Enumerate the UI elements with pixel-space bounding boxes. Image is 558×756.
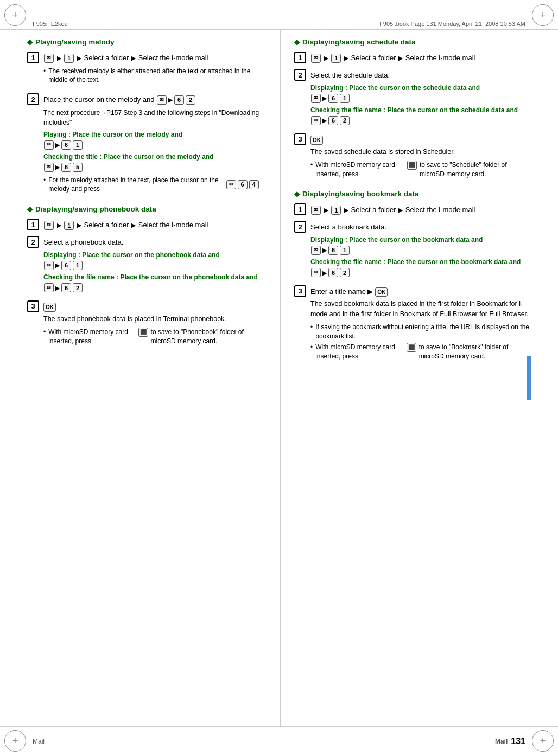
key-mail-c: ✉ xyxy=(44,163,54,172)
bookmark-step1: 1 ✉ ▶ 1 ▶ Select a folder ▶ Select the i… xyxy=(294,203,531,215)
phonebook-step2: 2 Select a phonebook data. Displaying : … xyxy=(27,236,264,295)
section-title-bookmark: ◆ Displaying/saving bookmark data xyxy=(294,190,531,198)
bk-step3-text: Enter a title name ▶ OK xyxy=(310,286,531,297)
checking-extra-keys: ✉ 6 4 xyxy=(226,176,259,194)
pb-step-number-1: 1 xyxy=(27,219,39,230)
sc-checking-keys: ✉ ▶ 6 2 xyxy=(310,115,531,126)
step-number-1: 1 xyxy=(27,52,39,63)
sublabel-checking-keys: ✉ ▶ 6 5 xyxy=(43,162,264,172)
pb-mail-key: ✉ xyxy=(44,221,54,230)
melody-step1: 1 ✉ ▶ 1 ▶ Select a folder ▶ Select the i… xyxy=(27,52,264,88)
step2-content: Place the cursor on the melody and ✉ ▶ 6… xyxy=(43,93,264,197)
pb-step-number-2: 2 xyxy=(27,236,39,248)
key-6c: 6 xyxy=(61,163,71,172)
bk-step-number-2: 2 xyxy=(294,221,306,233)
sc-step3-desc: The saved schedule data is stored in Sch… xyxy=(310,147,531,157)
key-5c: 5 xyxy=(73,163,83,172)
bk-step2-content: Select a bookmark data. Displaying : Pla… xyxy=(310,221,531,280)
pb-step-number-3: 3 xyxy=(27,300,39,312)
schedule-step3: 3 OK The saved schedule data is stored i… xyxy=(294,133,531,182)
sc-step3-icon: OK xyxy=(310,134,531,145)
sublabel-playing-keys: ✉ ▶ 6 1 xyxy=(43,139,264,150)
main-content: ◆ Playing/saving melody 1 ✉ ▶ 1 ▶ Select… xyxy=(27,30,531,726)
pb-step3-bullets: With microSD memory card inserted, press… xyxy=(43,328,264,346)
ok-icon-sc: OK xyxy=(310,136,323,145)
pb-step3-desc: The saved phonebook data is placed in Te… xyxy=(43,314,264,324)
bk-step2-text: Select a bookmark data. xyxy=(310,222,531,233)
header-filename: F905i_E2kou xyxy=(33,21,68,27)
bk-step3-desc: The saved bookmark data is placed in the… xyxy=(310,299,531,319)
key-2a: 2 xyxy=(186,95,195,105)
diamond-icon-melody: ◆ xyxy=(27,38,33,46)
bk-step-number-1: 1 xyxy=(294,203,306,215)
checking-bullet-item: For the melody attached in the text, pla… xyxy=(43,176,264,194)
section-title-melody: ◆ Playing/saving melody xyxy=(27,38,264,46)
bk-step1-content: ✉ ▶ 1 ▶ Select a folder ▶ Select the i-m… xyxy=(310,203,531,215)
sc-step2-text: Select the schedule data. xyxy=(310,70,531,81)
section-title-schedule: ◆ Displaying/saving schedule data xyxy=(294,38,531,46)
bk-step-number-3: 3 xyxy=(294,285,306,297)
right-column: ◆ Displaying/saving schedule data 1 ✉ ▶ … xyxy=(280,30,531,726)
footer-page-number: 131 xyxy=(511,736,525,746)
pb-step1-text: ✉ ▶ 1 ▶ Select a folder ▶ Select the i-m… xyxy=(43,220,264,230)
phonebook-step3: 3 OK The saved phonebook data is placed … xyxy=(27,300,264,349)
pb-key-1: 1 xyxy=(64,221,74,230)
bookmark-step3: 3 Enter a title name ▶ OK The saved book… xyxy=(294,285,531,364)
step2-text: Place the cursor on the melody and ✉ ▶ 6… xyxy=(43,94,264,105)
microsd-icon-pb: ⬛ xyxy=(138,328,148,337)
bk-step3-bullets: If saving the bookmark without entering … xyxy=(310,323,531,361)
key-1: 1 xyxy=(64,54,74,63)
sc-step2-content: Select the schedule data. Displaying : P… xyxy=(310,69,531,128)
arrow1: ▶ xyxy=(57,55,61,61)
bk-checking-keys: ✉ ▶ 6 2 xyxy=(310,267,531,278)
bk-step1-text: ✉ ▶ 1 ▶ Select a folder ▶ Select the i-m… xyxy=(310,204,531,215)
header-fileinfo: F905i.book Page 131 Monday, April 21, 20… xyxy=(379,21,525,27)
select-folder-text: Select a folder xyxy=(84,54,129,62)
arrow2: ▶ xyxy=(77,55,81,61)
sc-sublabel-checking: Checking the file name : Place the curso… xyxy=(310,106,531,114)
key-6-2a: 6 xyxy=(174,95,184,105)
ok-icon-bk: OK xyxy=(375,287,388,297)
section-title-phonebook: ◆ Displaying/saving phonebook data xyxy=(27,205,264,213)
bk-bullet-2: With microSD memory card inserted, press… xyxy=(310,343,531,361)
footer-page: Mail 131 xyxy=(495,736,525,746)
select-imode-text: Select the i-mode mail xyxy=(138,54,208,62)
sc-displaying-keys: ✉ ▶ 6 1 xyxy=(310,93,531,104)
playing-keys: ✉ ▶ 6 1 xyxy=(43,140,83,150)
pb-step2-content: Select a phonebook data. Displaying : Pl… xyxy=(43,236,264,295)
diamond-icon-schedule: ◆ xyxy=(294,38,300,46)
footer-label: Mail xyxy=(33,738,45,745)
mail-key: ✉ xyxy=(44,54,54,63)
diamond-icon-phonebook: ◆ xyxy=(27,205,33,213)
footer-bar: Mail Mail 131 xyxy=(0,726,558,756)
key-6p: 6 xyxy=(61,140,71,150)
sc-step3-content: OK The saved schedule data is stored in … xyxy=(310,133,531,182)
step1-text: ✉ ▶ 1 ▶ Select a folder ▶ Select the i-m… xyxy=(43,53,264,63)
microsd-icon-sc: ⬛ xyxy=(407,161,417,170)
pb-step1-content: ✉ ▶ 1 ▶ Select a folder ▶ Select the i-m… xyxy=(43,219,264,230)
step1-bullets: The received melody is either attached a… xyxy=(43,67,264,85)
pb-checking-keys: ✉ ▶ 6 2 xyxy=(43,282,264,293)
key-mail-ex: ✉ xyxy=(226,180,236,189)
step1-content: ✉ ▶ 1 ▶ Select a folder ▶ Select the i-m… xyxy=(43,52,264,88)
pb-sublabel-displaying: Displaying : Place the cursor on the pho… xyxy=(43,251,264,259)
sc-step-number-3: 3 xyxy=(294,133,306,145)
bk-sublabel-displaying: Displaying : Place the cursor on the boo… xyxy=(310,236,531,244)
key-mail-2: ✉ xyxy=(157,95,167,105)
right-accent-bar xyxy=(527,356,531,400)
bk-sublabel-checking: Checking the file name : Place the curso… xyxy=(310,258,531,266)
ok-icon-pb: OK xyxy=(43,303,56,312)
key-mail-p: ✉ xyxy=(44,140,54,150)
microsd-icon-bk: ⬛ xyxy=(407,343,416,352)
footer-page-label: Mail xyxy=(495,738,508,745)
bullet-1: The received melody is either attached a… xyxy=(43,67,264,85)
checking-bullet: For the melody attached in the text, pla… xyxy=(43,176,264,194)
melody-step2: 2 Place the cursor on the melody and ✉ ▶… xyxy=(27,93,264,197)
step2-note: The next procedure→P157 Step 3 and the f… xyxy=(43,108,264,127)
checking-keys: ✉ ▶ 6 5 xyxy=(43,163,83,172)
pb-sublabel-checking: Checking the file name : Place the curso… xyxy=(43,273,264,281)
key-4-ex: 4 xyxy=(249,180,259,189)
phonebook-step1: 1 ✉ ▶ 1 ▶ Select a folder ▶ Select the i… xyxy=(27,219,264,230)
sc-step-number-2: 2 xyxy=(294,69,306,81)
bk-bullet-1: If saving the bookmark without entering … xyxy=(310,323,531,341)
